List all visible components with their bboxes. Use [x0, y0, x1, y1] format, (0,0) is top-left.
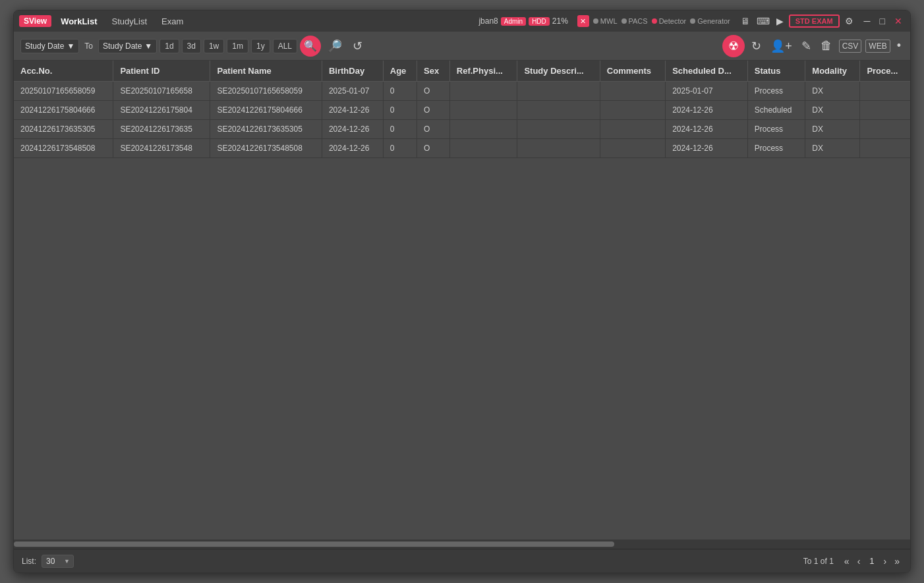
- table-cell: [860, 120, 910, 139]
- date-from-dropdown[interactable]: Study Date ▼: [20, 39, 79, 53]
- table-cell: 0: [383, 139, 417, 158]
- hdd-badge: HDD: [529, 17, 550, 26]
- close-btn[interactable]: ✕: [892, 15, 905, 27]
- table-cell: 2024-12-26: [666, 120, 748, 139]
- minimize-btn[interactable]: ─: [861, 15, 873, 27]
- table-cell: 2024-12-26: [322, 139, 383, 158]
- radiation-button[interactable]: ☢: [722, 35, 745, 57]
- dropdown-arrow-to: ▼: [144, 42, 152, 51]
- table-cell: O: [417, 101, 450, 120]
- table-cell: [517, 139, 600, 158]
- table-cell: 0: [383, 120, 417, 139]
- close-status-btn[interactable]: ✕: [577, 15, 589, 27]
- btn-1d[interactable]: 1d: [159, 39, 179, 53]
- to-label: To: [82, 42, 96, 51]
- table-cell: Process: [747, 82, 805, 101]
- table-cell: [600, 120, 665, 139]
- settings-icon[interactable]: ⚙: [844, 14, 855, 28]
- table-cell: [600, 82, 665, 101]
- date-to-dropdown[interactable]: Study Date ▼: [98, 39, 157, 53]
- reset-button[interactable]: ↺: [349, 37, 366, 55]
- table-row[interactable]: 20250107165658059SE20250107165658SE20250…: [14, 82, 910, 101]
- col-comments: Comments: [600, 61, 665, 82]
- list-count-select[interactable]: 30 50 100: [42, 555, 74, 568]
- table-row[interactable]: 20241226175804666SE20241226175804SE20241…: [14, 101, 910, 120]
- std-exam-button[interactable]: STD EXAM: [789, 14, 840, 28]
- table-area: Acc.No. Patient ID Patient Name BirthDay…: [14, 61, 910, 540]
- pagination: To 1 of 1 « ‹ 1 › »: [803, 555, 902, 568]
- table-cell: 20241226173635305: [14, 120, 113, 139]
- more-icon[interactable]: •: [894, 36, 904, 55]
- table-cell: [860, 101, 910, 120]
- col-age: Age: [383, 61, 417, 82]
- horizontal-scrollbar[interactable]: [14, 540, 910, 549]
- btn-1w[interactable]: 1w: [204, 39, 224, 53]
- window-controls: ─ □ ✕: [861, 15, 905, 27]
- list-count-wrapper[interactable]: 30 50 100: [42, 555, 74, 568]
- status-pacs: PACS: [621, 17, 648, 25]
- monitor-icon[interactable]: 🖥: [739, 14, 751, 28]
- app-logo[interactable]: SView: [19, 15, 51, 27]
- table-cell: O: [417, 120, 450, 139]
- table-cell: 20241226175804666: [14, 101, 113, 120]
- reset-icon: ↺: [353, 40, 362, 53]
- date-from-label: Study Date: [25, 42, 64, 51]
- search-icon: 🔍: [304, 40, 317, 52]
- col-scheduled: Scheduled D...: [666, 61, 748, 82]
- next-page-btn[interactable]: ›: [881, 555, 890, 568]
- csv-icon[interactable]: CSV: [839, 40, 862, 53]
- dropdown-arrow-from: ▼: [67, 42, 74, 51]
- scrollbar-thumb[interactable]: [14, 541, 614, 547]
- table-cell: Scheduled: [747, 101, 805, 120]
- table-cell: 2024-12-26: [666, 101, 748, 120]
- btn-3d[interactable]: 3d: [182, 39, 201, 53]
- status-detector: Detector: [652, 17, 687, 25]
- refresh-icon[interactable]: ↻: [749, 36, 764, 56]
- toolbar: Study Date ▼ To Study Date ▼ 1d 3d 1w 1m…: [14, 32, 910, 61]
- search-button[interactable]: 🔍: [300, 36, 321, 57]
- add-user-icon[interactable]: 👤+: [768, 36, 795, 56]
- delete-icon[interactable]: 🗑: [818, 36, 835, 55]
- radiation-icon: ☢: [728, 39, 739, 53]
- web-icon[interactable]: WEB: [865, 40, 890, 53]
- btn-1m[interactable]: 1m: [227, 39, 248, 53]
- list-label: List:: [22, 557, 36, 566]
- table-cell: DX: [805, 120, 860, 139]
- user-info: jban8 Admin HDD 21%: [478, 16, 567, 26]
- keyboard-icon[interactable]: ⌨: [755, 14, 771, 28]
- col-refphys: Ref.Physi...: [449, 61, 517, 82]
- current-page: 1: [865, 555, 878, 567]
- table-cell: DX: [805, 82, 860, 101]
- first-page-btn[interactable]: «: [842, 555, 852, 568]
- table-cell: DX: [805, 139, 860, 158]
- table-cell: 20241226173548508: [14, 139, 113, 158]
- page-info: To 1 of 1: [803, 557, 834, 566]
- table-row[interactable]: 20241226173548508SE20241226173548SE20241…: [14, 139, 910, 158]
- username: jban8: [478, 16, 498, 26]
- edit-icon[interactable]: ✎: [799, 36, 814, 56]
- btn-all[interactable]: ALL: [273, 39, 297, 53]
- col-studydesc: Study Descri...: [517, 61, 600, 82]
- title-bar: SView WorkList StudyList Exam jban8 Admi…: [14, 11, 910, 32]
- table-cell: SE20250107165658: [113, 82, 210, 101]
- nav-studylist[interactable]: StudyList: [107, 15, 152, 28]
- title-bar-icons: 🖥 ⌨ ▶ STD EXAM ⚙: [739, 14, 855, 28]
- forward-icon[interactable]: ▶: [775, 14, 785, 28]
- prev-page-btn[interactable]: ‹: [855, 555, 863, 568]
- col-status: Status: [747, 61, 805, 82]
- maximize-btn[interactable]: □: [877, 15, 888, 27]
- btn-1y[interactable]: 1y: [251, 39, 270, 53]
- nav-exam[interactable]: Exam: [156, 15, 188, 28]
- table-cell: 0: [383, 101, 417, 120]
- person-search-button[interactable]: 🔎: [324, 37, 346, 55]
- col-birthday: BirthDay: [322, 61, 383, 82]
- table-cell: SE20250107165658059: [210, 82, 322, 101]
- nav-worklist[interactable]: WorkList: [55, 15, 102, 28]
- last-page-btn[interactable]: »: [892, 555, 902, 568]
- table-cell: SE20241226173548: [113, 139, 210, 158]
- table-row[interactable]: 20241226173635305SE20241226173635SE20241…: [14, 120, 910, 139]
- table-cell: 2024-12-26: [666, 139, 748, 158]
- right-toolbar: ☢ ↻ 👤+ ✎ 🗑 CSV WEB •: [722, 35, 904, 57]
- bottom-bar: List: 30 50 100 To 1 of 1 « ‹ 1 › »: [14, 549, 910, 572]
- table-cell: SE20241226173635305: [210, 120, 322, 139]
